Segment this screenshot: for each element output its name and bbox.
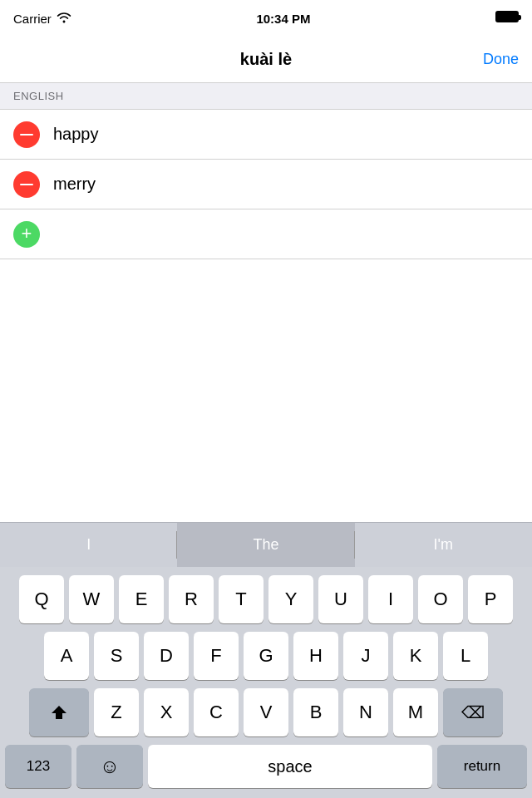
space-key[interactable]: space: [148, 745, 432, 788]
key-row-2: A S D F G H J K L: [2, 632, 530, 680]
key-w[interactable]: W: [69, 575, 114, 623]
key-a[interactable]: A: [44, 632, 89, 680]
done-button[interactable]: Done: [483, 51, 519, 68]
delete-key[interactable]: ⌫: [443, 688, 503, 736]
item-text-merry: merry: [53, 175, 96, 194]
keyboard-main: Q W E R T Y U I O P A S D F G H J K L: [0, 567, 532, 798]
key-r[interactable]: R: [169, 575, 214, 623]
wifi-icon: [57, 12, 71, 26]
list-item: merry: [0, 160, 532, 209]
section-header: ENGLISH: [0, 83, 532, 110]
key-b[interactable]: B: [293, 688, 338, 736]
key-l[interactable]: L: [443, 632, 488, 680]
key-t[interactable]: T: [219, 575, 264, 623]
delete-icon: ⌫: [461, 702, 485, 722]
status-bar: Carrier 10:34 PM: [0, 0, 532, 37]
key-h[interactable]: H: [293, 632, 338, 680]
remove-happy-button[interactable]: [13, 121, 40, 148]
key-p[interactable]: P: [468, 575, 513, 623]
section-label: ENGLISH: [13, 90, 64, 102]
autocomplete-bar: I The I'm: [0, 522, 532, 567]
key-k[interactable]: K: [393, 632, 438, 680]
autocomplete-i[interactable]: I: [0, 523, 177, 567]
autocomplete-the[interactable]: The: [177, 523, 354, 567]
key-d[interactable]: D: [144, 632, 189, 680]
return-key[interactable]: return: [437, 745, 527, 788]
carrier-label: Carrier: [13, 12, 52, 26]
list-item: happy: [0, 110, 532, 160]
key-e[interactable]: E: [119, 575, 164, 623]
emoji-icon: ☺: [100, 755, 121, 778]
key-j[interactable]: J: [343, 632, 388, 680]
key-i[interactable]: I: [368, 575, 413, 623]
key-f[interactable]: F: [194, 632, 239, 680]
key-n[interactable]: N: [343, 688, 388, 736]
bottom-row: 123 ☺ space return: [2, 745, 530, 795]
key-o[interactable]: O: [418, 575, 463, 623]
clock: 10:34 PM: [256, 12, 310, 26]
item-text-happy: happy: [53, 125, 99, 144]
key-g[interactable]: G: [244, 632, 288, 680]
shift-key[interactable]: [29, 688, 89, 736]
key-c[interactable]: C: [194, 688, 239, 736]
keyboard: I The I'm Q W E R T Y U I O P A S D F: [0, 522, 532, 798]
nav-bar: kuài lè Done: [0, 37, 532, 83]
key-m[interactable]: M: [393, 688, 438, 736]
key-row-3: Z X C V B N M ⌫: [2, 688, 530, 736]
num-key[interactable]: 123: [5, 745, 71, 788]
remove-merry-button[interactable]: [13, 171, 40, 198]
key-row-1: Q W E R T Y U I O P: [2, 575, 530, 623]
battery-icon: [495, 11, 519, 26]
nav-title: kuài lè: [240, 50, 292, 69]
key-x[interactable]: X: [144, 688, 189, 736]
emoji-key[interactable]: ☺: [76, 745, 143, 788]
key-z[interactable]: Z: [94, 688, 139, 736]
key-v[interactable]: V: [244, 688, 288, 736]
add-button[interactable]: +: [13, 221, 40, 248]
key-s[interactable]: S: [94, 632, 139, 680]
autocomplete-im[interactable]: I'm: [355, 523, 532, 567]
plus-icon: +: [22, 224, 32, 243]
key-q[interactable]: Q: [19, 575, 64, 623]
shift-icon: [50, 703, 68, 722]
add-item-row[interactable]: +: [0, 209, 532, 259]
key-y[interactable]: Y: [268, 575, 313, 623]
key-u[interactable]: U: [318, 575, 363, 623]
carrier-info: Carrier: [13, 12, 71, 26]
